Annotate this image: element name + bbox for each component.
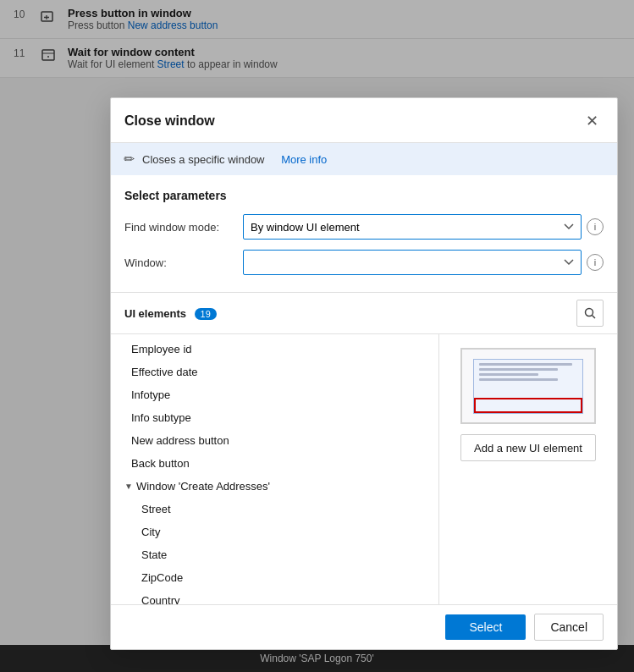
cancel-button[interactable]: Cancel — [534, 614, 604, 641]
find-window-mode-select[interactable]: By window UI element — [243, 214, 582, 240]
modal-footer: Select Cancel — [111, 604, 617, 649]
add-ui-element-button[interactable]: Add a new UI element — [460, 434, 596, 461]
preview-line — [479, 378, 558, 381]
info-pencil-icon: ✎ — [121, 150, 140, 168]
right-panel: Add a new UI element — [439, 334, 617, 604]
preview-lines — [474, 360, 582, 387]
tree-list[interactable]: Employee id Effective date Infotype Info… — [111, 334, 439, 604]
list-item[interactable]: ZipCode — [111, 566, 438, 589]
ui-elements-label: UI elements — [124, 307, 186, 320]
list-item[interactable]: City — [111, 521, 438, 543]
select-button[interactable]: Select — [445, 614, 526, 640]
info-banner: ✎ Closes a specific window More info — [111, 143, 617, 175]
more-info-link[interactable]: More info — [281, 153, 327, 166]
ui-elements-bar: UI elements 19 — [111, 292, 617, 333]
list-item[interactable]: State — [111, 543, 438, 566]
list-item[interactable]: Infotype — [111, 383, 438, 406]
ui-elements-label-group: UI elements 19 — [124, 307, 217, 320]
list-item[interactable]: Employee id — [111, 338, 438, 361]
modal-title: Close window — [124, 113, 215, 129]
preview-inner — [473, 359, 583, 414]
ui-elements-badge: 19 — [195, 308, 217, 320]
params-section: Select parameters Find window mode: By w… — [111, 175, 617, 292]
list-item[interactable]: Street — [111, 498, 438, 521]
tree-group-children: Street City State ZipCode Country Save b… — [111, 498, 438, 604]
svg-line-4 — [593, 316, 596, 319]
find-window-mode-row: Find window mode: By window UI element i — [124, 214, 604, 240]
preview-line — [479, 368, 558, 371]
find-window-mode-info-button[interactable]: i — [587, 218, 604, 235]
preview-line — [479, 373, 538, 376]
window-select[interactable] — [243, 250, 582, 275]
preview-red-border — [474, 398, 582, 413]
find-window-mode-label: Find window mode: — [124, 221, 234, 234]
find-window-mode-control: By window UI element i — [243, 214, 604, 240]
modal-close-button[interactable]: ✕ — [581, 110, 604, 132]
info-text: Closes a specific window — [142, 153, 265, 166]
list-item[interactable]: New address button — [111, 429, 438, 452]
tree-group-create-addresses[interactable]: ▼ Window 'Create Addresses' — [111, 475, 438, 498]
search-icon — [584, 307, 596, 319]
main-content: Employee id Effective date Infotype Info… — [111, 333, 617, 604]
window-control: i — [243, 250, 604, 275]
window-info-button[interactable]: i — [587, 254, 604, 271]
chevron-down-icon: ▼ — [124, 482, 133, 491]
group-label: Window 'Create Addresses' — [136, 480, 270, 493]
list-item[interactable]: Effective date — [111, 361, 438, 383]
preview-line — [479, 363, 572, 366]
list-item[interactable]: Back button — [111, 452, 438, 475]
params-title: Select parameters — [124, 189, 604, 202]
list-item[interactable]: Info subtype — [111, 406, 438, 429]
window-row: Window: i — [124, 250, 604, 275]
search-button[interactable] — [576, 300, 604, 327]
modal-header: Close window ✕ — [111, 98, 617, 143]
list-item[interactable]: Country — [111, 589, 438, 604]
window-label: Window: — [124, 256, 234, 269]
preview-box — [460, 348, 596, 424]
svg-point-3 — [586, 309, 593, 317]
close-window-modal: Close window ✕ ✎ Closes a specific windo… — [110, 97, 618, 650]
